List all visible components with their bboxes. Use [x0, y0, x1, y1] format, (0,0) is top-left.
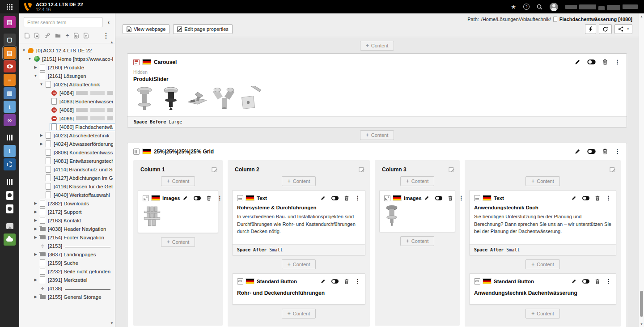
module-list-icon[interactable]: ≡	[4, 74, 16, 86]
edit-icon[interactable]	[575, 59, 580, 65]
visibility-toggle-icon[interactable]	[587, 149, 596, 154]
module-columns2-icon[interactable]	[4, 176, 16, 188]
edit-icon[interactable]	[575, 149, 580, 154]
visibility-toggle-icon[interactable]	[435, 196, 442, 200]
module-settings-gear-icon[interactable]	[4, 158, 16, 170]
new-site-page-icon[interactable]	[74, 33, 79, 38]
tree-item[interactable]: [4068]	[21, 106, 115, 114]
add-content-button[interactable]: Content	[360, 41, 394, 51]
clear-cache-button[interactable]	[585, 24, 596, 34]
tree-more-options-icon[interactable]	[102, 31, 110, 40]
tree-item[interactable]: [2382] Downloads	[21, 199, 115, 208]
edit-column-icon[interactable]	[359, 166, 364, 172]
tree-item[interactable]: [2159] Suche	[21, 259, 115, 267]
more-options-icon[interactable]	[458, 195, 464, 201]
tree-item[interactable]: [4114] Brandschutz und Schal	[21, 165, 115, 174]
tree-item[interactable]: [4040] Werkstoffauswahl	[21, 191, 115, 199]
tree-item[interactable]: [2153]	[21, 242, 115, 250]
new-special-page-icon[interactable]	[84, 33, 89, 38]
tree-expander-icon[interactable]	[38, 82, 44, 86]
module-linkvalidator-icon[interactable]: ∞	[4, 114, 16, 126]
tree-expander-icon[interactable]	[38, 133, 44, 137]
bookmark-star-icon[interactable]	[511, 4, 516, 10]
module-page-icon[interactable]: ▢	[4, 34, 16, 46]
help-icon[interactable]	[523, 4, 530, 10]
visibility-toggle-icon[interactable]	[194, 196, 201, 200]
module-info-icon[interactable]: i	[4, 101, 16, 113]
search-icon[interactable]	[537, 4, 542, 10]
module-view-icon[interactable]	[4, 60, 16, 72]
add-content-button[interactable]: Content	[525, 309, 560, 319]
edit-icon[interactable]	[572, 279, 576, 284]
tree-expander-icon[interactable]	[33, 201, 38, 205]
new-shortcut-page-icon[interactable]	[34, 33, 39, 38]
delete-icon[interactable]	[595, 279, 600, 284]
module-site-icon[interactable]	[4, 189, 16, 201]
tree-item[interactable]: [3808] Kondensatentwässerun	[21, 148, 115, 157]
tree-expander-icon[interactable]	[21, 48, 27, 52]
new-link-icon[interactable]	[44, 33, 50, 38]
module-info2-icon[interactable]: i	[4, 145, 16, 157]
add-content-button[interactable]: Content	[525, 259, 560, 269]
tree-item[interactable]: [3637] Landingpages	[21, 250, 115, 259]
more-options-icon[interactable]	[355, 195, 360, 201]
add-content-button[interactable]: Content	[282, 259, 316, 269]
tree-item[interactable]: [2232] Seite nicht gefunden	[21, 267, 115, 276]
tree-item[interactable]: [0] ACO 12.4 LTS DE 22	[21, 46, 115, 55]
add-content-button[interactable]: Content	[400, 176, 435, 186]
tree-expander-icon[interactable]	[33, 295, 38, 299]
edit-column-icon[interactable]	[212, 166, 217, 172]
tree-item[interactable]: [2391] Merkzettel	[21, 276, 115, 284]
tree-item[interactable]: [4138]	[21, 284, 115, 293]
delete-icon[interactable]	[344, 279, 349, 284]
tree-item[interactable]: [4038] Header Navigation	[21, 225, 115, 233]
edit-icon[interactable]	[183, 195, 188, 200]
edit-icon[interactable]	[321, 195, 326, 200]
tree-item[interactable]: [2155] General Storage	[21, 293, 115, 301]
visibility-toggle-icon[interactable]	[582, 196, 589, 200]
tree-item[interactable]: [2161] Lösungen	[21, 72, 115, 80]
tree-item[interactable]: [4127] Abdichtungen im Gebäu	[21, 174, 115, 182]
delete-icon[interactable]	[448, 195, 453, 201]
main-scrollbar[interactable]: ▲ ▼	[639, 13, 644, 327]
refresh-button[interactable]	[599, 24, 612, 34]
add-content-button[interactable]: Content	[525, 176, 560, 186]
tree-item[interactable]: [2160] Produkte	[21, 63, 115, 72]
scrollbar-thumb[interactable]	[640, 291, 643, 317]
delete-icon[interactable]	[344, 195, 349, 201]
module-cloud-icon[interactable]	[4, 234, 16, 246]
module-site2-icon[interactable]	[4, 203, 16, 215]
more-options-icon[interactable]	[606, 195, 611, 201]
tree-expander-icon[interactable]	[33, 65, 38, 69]
module-records-icon[interactable]: ▥	[4, 87, 16, 99]
tree-item[interactable]: [4116] Klassen für die Gebäud	[21, 182, 115, 191]
tree-scroll-up-icon[interactable]: ▲	[110, 40, 114, 44]
edit-column-icon[interactable]	[449, 166, 454, 172]
edit-column-icon[interactable]	[610, 166, 615, 172]
tree-item[interactable]: [2154] Footer Navigation	[21, 233, 115, 242]
edit-icon[interactable]	[572, 195, 576, 200]
edit-page-properties-button[interactable]: Edit page properties	[173, 24, 232, 34]
module-filelist-icon[interactable]	[4, 220, 16, 232]
delete-icon[interactable]	[602, 149, 608, 154]
more-options-icon[interactable]	[355, 278, 360, 285]
tree-expander-icon[interactable]	[33, 210, 38, 214]
module-menu-toggle[interactable]	[0, 0, 19, 13]
tree-item[interactable]: [2163] Kontakt	[21, 216, 115, 225]
more-options-icon[interactable]	[614, 59, 620, 65]
more-options-icon[interactable]	[606, 278, 611, 285]
tree-item[interactable]: [4084]	[21, 89, 115, 97]
add-content-button[interactable]: Content	[360, 130, 394, 140]
add-content-button[interactable]: Content	[282, 309, 316, 319]
tree-expander-icon[interactable]	[27, 57, 33, 61]
visibility-toggle-icon[interactable]	[582, 279, 589, 284]
visibility-toggle-icon[interactable]	[587, 59, 596, 64]
module-content-icon-active[interactable]: ▤	[4, 47, 16, 59]
view-webpage-button[interactable]: View webpage	[123, 24, 169, 34]
tree-item[interactable]: [4023] Abscheidetechnik	[21, 131, 115, 140]
visibility-toggle-icon[interactable]	[331, 196, 339, 200]
add-content-button[interactable]: Content	[161, 176, 195, 186]
tree-expander-icon[interactable]	[33, 278, 38, 282]
more-options-icon[interactable]	[614, 148, 620, 155]
tree-expander-icon[interactable]	[33, 218, 38, 222]
